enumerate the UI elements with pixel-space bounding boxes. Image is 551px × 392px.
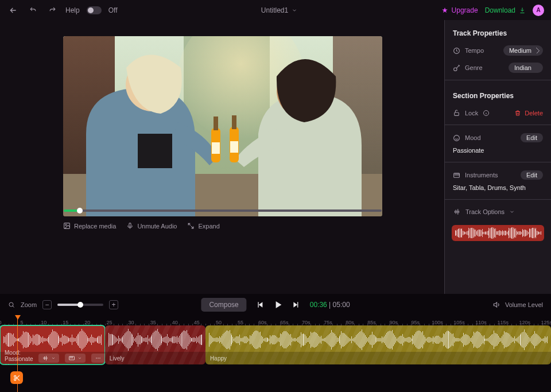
- delete-section-button[interactable]: Delete: [514, 110, 543, 117]
- undo-button[interactable]: [26, 4, 39, 17]
- piano-icon: [68, 355, 75, 362]
- zoom-in-button[interactable]: +: [109, 300, 118, 309]
- video-preview[interactable]: [63, 36, 382, 216]
- image-icon: [63, 222, 71, 230]
- ruler-tick: 40: [172, 320, 178, 325]
- back-button[interactable]: [7, 4, 20, 17]
- svg-point-29: [14, 375, 15, 377]
- microphone-icon: [126, 222, 134, 230]
- zoom-slider[interactable]: [57, 304, 103, 306]
- playback-bar: Zoom − + Compose 00:36 | 05:00 Volume Le…: [0, 294, 551, 315]
- unmute-audio-button[interactable]: Unmute Audio: [126, 222, 177, 230]
- zoom-out-button[interactable]: −: [42, 300, 52, 309]
- svg-rect-14: [230, 141, 238, 153]
- help-link[interactable]: Help: [65, 6, 80, 14]
- user-avatar[interactable]: A: [533, 5, 544, 16]
- section-mood-label[interactable]: Mood: Passionate: [5, 350, 33, 365]
- instruments-value: Sitar, Tabla, Drums, Synth: [453, 184, 543, 191]
- video-actions-row: Replace media Unmute Audio Expand: [63, 222, 444, 230]
- expand-button[interactable]: Expand: [187, 222, 219, 230]
- compose-button[interactable]: Compose: [201, 298, 246, 312]
- help-toggle[interactable]: [87, 6, 102, 14]
- track-option-preview[interactable]: [452, 225, 544, 241]
- svg-point-28: [100, 358, 101, 359]
- section-properties-heading: Section Properties: [445, 83, 551, 106]
- svg-rect-20: [455, 112, 459, 115]
- video-frame-illustration: [63, 36, 382, 216]
- section-wave-options-button[interactable]: [38, 354, 59, 363]
- smile-icon: [453, 134, 460, 142]
- cut-button[interactable]: [10, 371, 23, 384]
- skip-forward-button[interactable]: [292, 300, 301, 309]
- ruler-tick: 75s: [324, 320, 332, 325]
- timecode: 00:36 | 05:00: [310, 301, 350, 309]
- svg-point-26: [96, 358, 98, 359]
- ruler-tick: 30: [129, 320, 134, 325]
- trash-icon: [514, 110, 521, 117]
- ruler-tick: 80s: [346, 320, 354, 325]
- ruler-tick: 65s: [280, 320, 289, 325]
- chevron-down-icon: [292, 7, 297, 13]
- ruler-tick: 85s: [367, 320, 376, 325]
- timeline-section[interactable]: Lively: [105, 325, 205, 364]
- section-more-button[interactable]: [91, 354, 104, 363]
- svg-point-27: [98, 358, 99, 359]
- panel-divider-4: [445, 199, 551, 200]
- section-footer: Happy: [205, 352, 551, 364]
- search-icon: [8, 301, 15, 308]
- track-options-toggle[interactable]: Track Options: [445, 202, 551, 222]
- ruler-tick: 70s: [302, 320, 311, 325]
- timeline-ruler[interactable]: 051015202530354045505560s65s70s75s80s85s…: [0, 315, 551, 325]
- ruler-tick: 35: [150, 320, 156, 325]
- video-progress-track[interactable]: [64, 209, 382, 212]
- chevron-down-icon: [509, 209, 515, 215]
- download-button[interactable]: Download: [485, 6, 526, 14]
- svg-rect-12: [232, 115, 236, 129]
- more-icon: [95, 355, 102, 362]
- play-button[interactable]: [273, 300, 284, 310]
- skip-back-button[interactable]: [256, 300, 265, 309]
- video-progress-knob[interactable]: [77, 208, 83, 214]
- svg-rect-7: [138, 134, 172, 168]
- instruments-block: Instruments Edit Sitar, Tabla, Drums, Sy…: [445, 165, 551, 197]
- svg-point-30: [14, 378, 15, 380]
- volume-level-button[interactable]: Volume Level: [492, 301, 543, 309]
- waveform-icon: [42, 355, 49, 362]
- waveform-icon: [453, 208, 461, 216]
- lock-open-icon: [453, 109, 460, 117]
- section-header-row: Lock Delete: [445, 106, 551, 122]
- section-instruments-button[interactable]: [65, 354, 86, 363]
- section-footer: Lively: [105, 352, 205, 364]
- mood-edit-button[interactable]: Edit: [521, 133, 543, 142]
- timeline-section[interactable]: Happy: [205, 325, 551, 364]
- section-mood-label: Happy: [210, 355, 227, 362]
- genre-label: Genre: [453, 64, 504, 72]
- panel-divider-2: [445, 125, 551, 125]
- tempo-row: Tempo Medium: [445, 43, 551, 60]
- transport-controls: [256, 300, 301, 310]
- panel-divider-1: [445, 80, 551, 80]
- mood-value: Passionate: [453, 147, 543, 154]
- piano-icon: [453, 172, 460, 179]
- lock-control[interactable]: Lock: [453, 109, 514, 117]
- star-icon: [441, 7, 448, 14]
- replace-media-button[interactable]: Replace media: [63, 222, 116, 230]
- mood-block: Mood Edit Passionate: [445, 127, 551, 160]
- genre-row: Genre Indian: [445, 60, 551, 77]
- upgrade-button[interactable]: Upgrade: [441, 6, 478, 14]
- tempo-select[interactable]: Medium: [503, 45, 543, 56]
- properties-panel: Track Properties Tempo Medium Genre Indi…: [444, 20, 551, 294]
- redo-button[interactable]: [46, 4, 59, 17]
- ruler-tick: 25: [106, 320, 112, 325]
- project-title[interactable]: Untitled1: [124, 6, 434, 14]
- svg-point-22: [454, 135, 460, 141]
- genre-select[interactable]: Indian: [509, 63, 543, 73]
- timeline: 051015202530354045505560s65s70s75s80s85s…: [0, 315, 551, 392]
- track-properties-heading: Track Properties: [445, 20, 551, 43]
- ruler-tick: 45: [194, 320, 200, 325]
- timeline-section[interactable]: Mood: Passionate: [0, 325, 105, 364]
- instruments-edit-button[interactable]: Edit: [521, 170, 543, 180]
- tempo-label: Tempo: [453, 47, 499, 55]
- ruler-tick: 90s: [389, 320, 398, 325]
- upgrade-label: Upgrade: [452, 6, 478, 14]
